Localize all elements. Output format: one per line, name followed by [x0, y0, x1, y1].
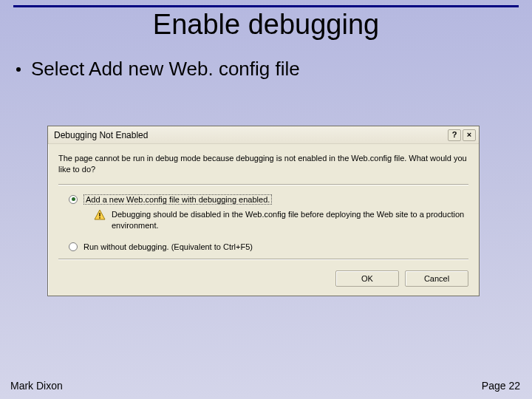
radio-run-without-debug[interactable] — [69, 242, 78, 251]
radio-row-add-webconfig[interactable]: Add a new Web.config file with debugging… — [69, 194, 468, 205]
dialog-body: The page cannot be run in debug mode bec… — [48, 144, 479, 296]
bullet-dot — [16, 67, 21, 72]
dialog-title: Debugging Not Enabled — [54, 130, 148, 140]
dialog-message: The page cannot be run in debug mode bec… — [58, 153, 468, 175]
fieldset-top-line — [58, 184, 468, 185]
svg-rect-1 — [99, 213, 100, 216]
radio-label-run-without-debug: Run without debugging. (Equivalent to Ct… — [83, 242, 253, 251]
radio-group: Add a new Web.config file with debugging… — [58, 194, 468, 252]
dialog-titlebar: Debugging Not Enabled ? × — [48, 126, 479, 144]
footer-page: Page 22 — [482, 380, 520, 392]
radio-add-webconfig[interactable] — [69, 195, 78, 204]
help-button[interactable]: ? — [448, 129, 461, 141]
warning-icon — [94, 209, 106, 224]
warning-row: Debugging should be disabled in the Web.… — [94, 209, 468, 231]
dialog-debugging-not-enabled: Debugging Not Enabled ? × The page canno… — [47, 126, 480, 296]
radio-label-add-webconfig: Add a new Web.config file with debugging… — [83, 194, 272, 205]
titlebar-buttons: ? × — [448, 129, 476, 141]
dialog-button-row: OK Cancel — [58, 267, 468, 287]
ok-button[interactable]: OK — [335, 270, 399, 287]
footer-author: Mark Dixon — [10, 380, 63, 392]
slide-title: Enable debugging — [0, 9, 532, 41]
close-button[interactable]: × — [463, 129, 476, 141]
fieldset-bottom-line — [58, 259, 468, 260]
warning-text: Debugging should be disabled in the Web.… — [112, 209, 468, 231]
radio-row-run-without-debug[interactable]: Run without debugging. (Equivalent to Ct… — [69, 242, 468, 251]
svg-rect-2 — [99, 217, 100, 219]
bullet-text: Select Add new Web. config file — [31, 58, 300, 81]
slide-bullet: Select Add new Web. config file — [16, 58, 300, 81]
cancel-button[interactable]: Cancel — [405, 270, 468, 287]
slide-divider — [13, 5, 519, 7]
